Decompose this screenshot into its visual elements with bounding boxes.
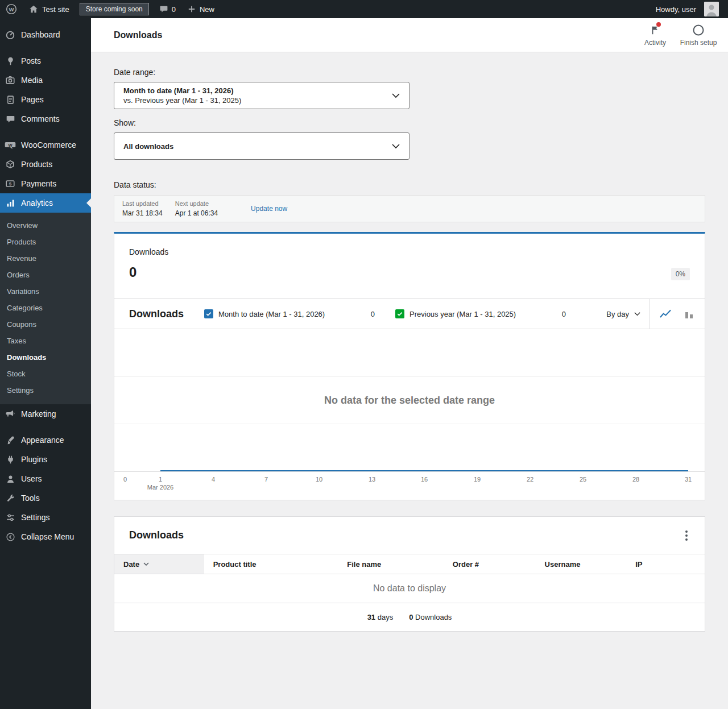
- downloads-report-card: Downloads 0 0% Downloads Month to date (…: [114, 232, 705, 500]
- summary-days: 31 days: [367, 613, 394, 621]
- column-header-order-number[interactable]: Order #: [444, 554, 536, 574]
- sidebar-item-media[interactable]: Media: [0, 71, 91, 90]
- chevron-down-icon: [634, 312, 640, 316]
- downloads-table-card: Downloads Date Product title File name O…: [114, 516, 705, 632]
- sidebar-item-comments[interactable]: Comments: [0, 109, 91, 128]
- activity-label: Activity: [644, 39, 666, 47]
- analytics-submenu: Overview Products Revenue Orders Variati…: [0, 213, 91, 404]
- legend-value: 0: [371, 310, 375, 318]
- brush-icon: [5, 434, 16, 446]
- sidebar-label: Settings: [21, 513, 50, 522]
- date-range-dropdown[interactable]: Month to date (Mar 1 - 31, 2026) vs. Pre…: [114, 82, 410, 109]
- site-name-label: Test site: [42, 5, 69, 14]
- chart-type-toggle: [650, 299, 705, 329]
- show-dropdown[interactable]: All downloads: [114, 132, 410, 160]
- submenu-item-downloads[interactable]: Downloads: [0, 349, 91, 366]
- plug-icon: [5, 454, 16, 465]
- submenu-item-coupons[interactable]: Coupons: [0, 316, 91, 333]
- store-coming-soon-badge: Store coming soon: [80, 3, 149, 15]
- submenu-item-stock[interactable]: Stock: [0, 366, 91, 382]
- submenu-item-orders[interactable]: Orders: [0, 267, 91, 283]
- legend-item-previous-period[interactable]: Previous year (Mar 1 - 31, 2025) 0: [395, 309, 566, 318]
- comments-count: 0: [172, 5, 176, 14]
- submenu-item-variations[interactable]: Variations: [0, 283, 91, 300]
- submenu-item-categories[interactable]: Categories: [0, 300, 91, 316]
- bar-chart-icon: [5, 197, 16, 209]
- megaphone-icon: [5, 408, 16, 420]
- woocommerce-icon: W: [5, 139, 16, 151]
- column-header-file-name[interactable]: File name: [338, 554, 444, 574]
- new-content-button[interactable]: New: [181, 0, 220, 18]
- svg-text:$: $: [9, 181, 12, 186]
- sidebar-item-collapse-menu[interactable]: Collapse Menu: [0, 527, 91, 546]
- sidebar-item-plugins[interactable]: Plugins: [0, 450, 91, 469]
- column-header-username[interactable]: Username: [536, 554, 627, 574]
- sidebar-item-analytics[interactable]: Analytics: [0, 193, 91, 213]
- next-update-label: Next update: [175, 200, 218, 207]
- show-value: All downloads: [123, 142, 392, 151]
- submenu-item-settings[interactable]: Settings: [0, 382, 91, 399]
- line-chart-type-button[interactable]: [653, 302, 677, 326]
- x-axis-tick: 19: [474, 476, 481, 483]
- sidebar-label: Dashboard: [21, 30, 60, 39]
- summary-delta-badge: 0%: [671, 268, 690, 280]
- sidebar-label: Pages: [21, 95, 44, 104]
- x-axis-tick: 28: [632, 476, 639, 483]
- account-menu[interactable]: Howdy, user: [650, 0, 725, 18]
- sidebar-item-appearance[interactable]: Appearance: [0, 430, 91, 450]
- sidebar-item-products[interactable]: Products: [0, 155, 91, 174]
- activity-button[interactable]: Activity: [634, 22, 677, 49]
- checkbox-checked-icon: [395, 309, 404, 318]
- legend-item-current-period[interactable]: Month to date (Mar 1 - 31, 2026) 0: [204, 309, 375, 318]
- submenu-item-overview[interactable]: Overview: [0, 217, 91, 234]
- column-header-date[interactable]: Date: [114, 554, 204, 574]
- submenu-item-taxes[interactable]: Taxes: [0, 333, 91, 349]
- sidebar-item-users[interactable]: Users: [0, 469, 91, 488]
- x-axis-tick: 7: [264, 476, 268, 483]
- comments-shortcut[interactable]: 0: [154, 0, 181, 18]
- chart-header: Downloads Month to date (Mar 1 - 31, 202…: [114, 298, 705, 329]
- legend-label: Month to date (Mar 1 - 31, 2026): [218, 310, 325, 318]
- sidebar-item-posts[interactable]: Posts: [0, 51, 91, 71]
- submenu-item-revenue[interactable]: Revenue: [0, 250, 91, 267]
- interval-select[interactable]: By day: [606, 310, 640, 318]
- data-status-label: Data status:: [114, 160, 705, 189]
- comment-bubble-icon: [159, 5, 168, 14]
- camera-icon: [5, 74, 16, 86]
- data-status-bar: Last updated Mar 31 18:34 Next update Ap…: [114, 195, 705, 222]
- finish-setup-button[interactable]: Finish setup: [677, 22, 720, 49]
- site-name-link[interactable]: Test site: [23, 0, 75, 18]
- sidebar-item-settings[interactable]: Settings: [0, 508, 91, 527]
- box-icon: [5, 159, 16, 170]
- kebab-menu-button[interactable]: [676, 525, 697, 546]
- sidebar-item-payments[interactable]: $ Payments: [0, 174, 91, 193]
- chart-x-axis: 0 1 4 7 10 13 16 19 22 25 28 31 Mar 2026: [114, 471, 705, 500]
- sidebar-label: Products: [21, 160, 52, 169]
- sidebar-item-marketing[interactable]: Marketing: [0, 404, 91, 424]
- wordpress-menu-button[interactable]: W: [0, 0, 23, 18]
- sidebar-item-pages[interactable]: Pages: [0, 90, 91, 109]
- summary-title: Downloads: [129, 247, 690, 256]
- date-range-value: Month to date (Mar 1 - 31, 2026): [123, 86, 392, 95]
- home-icon: [28, 4, 39, 14]
- wordpress-logo-icon: W: [6, 3, 17, 15]
- sidebar-item-tools[interactable]: Tools: [0, 488, 91, 508]
- bar-chart-type-button[interactable]: [677, 302, 701, 326]
- summary-tab-downloads[interactable]: Downloads 0 0%: [114, 234, 705, 298]
- submenu-item-products[interactable]: Products: [0, 234, 91, 250]
- chevron-down-icon: [392, 144, 400, 149]
- column-header-ip[interactable]: IP: [626, 554, 705, 574]
- sidebar-label: Plugins: [21, 455, 47, 464]
- update-now-link[interactable]: Update now: [251, 205, 287, 213]
- legend-value: 0: [562, 310, 566, 318]
- table-empty-message: No data to display: [114, 574, 705, 603]
- y-axis-tick: 0: [123, 476, 127, 483]
- column-header-product-title[interactable]: Product title: [204, 554, 338, 574]
- notification-dot: [656, 22, 661, 27]
- user-icon: [5, 473, 16, 484]
- sidebar-label: Media: [21, 76, 43, 85]
- x-axis-tick: 1: [159, 476, 162, 483]
- svg-text:W: W: [8, 143, 13, 148]
- sidebar-item-woocommerce[interactable]: W WooCommerce: [0, 135, 91, 155]
- sidebar-item-dashboard[interactable]: Dashboard: [0, 25, 91, 44]
